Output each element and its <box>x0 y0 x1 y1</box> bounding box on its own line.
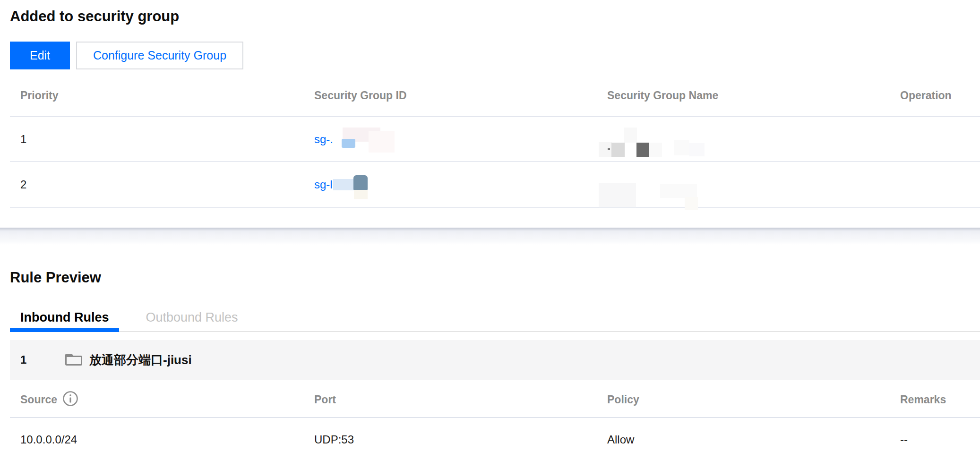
rules-table-header: Source Port Policy Remarks <box>10 380 980 418</box>
column-header-remarks: Remarks <box>900 393 980 406</box>
edit-button[interactable]: Edit <box>10 42 70 69</box>
rule-remarks: -- <box>900 433 980 446</box>
tab-inbound-rules[interactable]: Inbound Rules <box>10 311 119 331</box>
column-header-port: Port <box>314 393 607 406</box>
rule-policy: Allow <box>607 433 900 446</box>
column-header-operation: Operation <box>900 89 980 102</box>
redacted-block <box>333 179 354 190</box>
redacted-block <box>636 143 649 157</box>
redacted-block <box>685 197 698 210</box>
security-group-id-link[interactable]: sg-l <box>314 178 333 191</box>
redacted-block <box>342 139 355 148</box>
security-group-actions: Edit Configure Security Group <box>10 42 980 69</box>
rule-port: UDP:53 <box>314 433 607 446</box>
redacted-block <box>353 175 368 190</box>
sg-id-cell: sg-. <box>314 117 607 161</box>
page-title: Added to security group <box>10 9 980 25</box>
rule-source: 10.0.0.0/24 <box>20 433 314 446</box>
sg-name-cell <box>607 117 900 161</box>
rule-group-row[interactable]: 1 放通部分端口-jiusi <box>10 340 980 380</box>
table-row: 1 sg-. <box>10 117 980 162</box>
section-divider <box>0 228 980 245</box>
sg-id-cell: sg-l <box>314 162 607 207</box>
sg-name-cell <box>607 162 900 207</box>
tab-outbound-rules[interactable]: Outbound Rules <box>135 311 248 331</box>
redacted-block <box>354 190 368 199</box>
redacted-block <box>649 143 662 157</box>
column-header-source: Source <box>20 393 57 406</box>
rule-group-name: 放通部分端口-jiusi <box>89 352 192 368</box>
column-header-policy: Policy <box>607 393 900 406</box>
redacted-dot <box>608 148 610 150</box>
redacted-block <box>689 143 705 156</box>
rule-row: 10.0.0.0/24 UDP:53 Allow -- <box>10 418 980 460</box>
folder-icon <box>65 352 82 368</box>
security-group-id-link[interactable]: sg-. <box>314 133 333 146</box>
column-header-sg-name: Security Group Name <box>607 89 900 102</box>
rule-group-index: 1 <box>20 353 65 366</box>
redacted-block <box>660 184 697 198</box>
info-icon[interactable] <box>62 391 78 409</box>
column-header-priority: Priority <box>20 89 314 102</box>
redacted-block <box>599 183 636 207</box>
redacted-block <box>611 143 625 157</box>
column-header-sg-id: Security Group ID <box>314 89 607 102</box>
operation-cell <box>900 117 980 161</box>
rule-preview-tabs: Inbound Rules Outbound Rules <box>10 311 980 332</box>
security-group-table: Priority Security Group ID Security Grou… <box>10 69 980 208</box>
redacted-block <box>624 128 637 143</box>
inbound-rules-table: Source Port Policy Remarks 10.0.0.0/24 U… <box>10 380 980 460</box>
security-group-table-header: Priority Security Group ID Security Grou… <box>10 69 980 117</box>
priority-value: 2 <box>20 162 314 207</box>
redacted-block <box>369 131 395 153</box>
priority-value: 1 <box>20 117 314 161</box>
configure-security-group-button[interactable]: Configure Security Group <box>76 42 243 69</box>
table-row: 2 sg-l <box>10 162 980 208</box>
rule-preview-title: Rule Preview <box>10 269 980 286</box>
redacted-block <box>674 140 689 155</box>
operation-cell <box>900 162 980 207</box>
